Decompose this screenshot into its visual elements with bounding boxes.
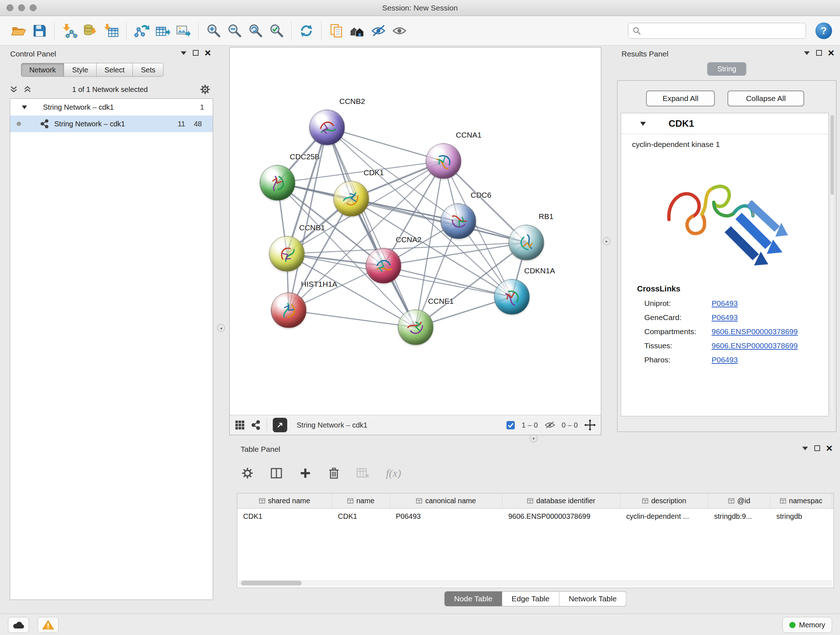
- crosslink-link-genecard[interactable]: P06493: [712, 313, 737, 322]
- crosslink-link-tissues[interactable]: 9606.ENSP00000378699: [712, 341, 798, 350]
- clone-network-button[interactable]: [326, 19, 347, 43]
- table-horizontal-scrollbar[interactable]: [238, 580, 833, 586]
- column-header-canonical-name[interactable]: canonical name: [390, 494, 502, 508]
- close-window-button[interactable]: [6, 4, 13, 11]
- panel-close-icon[interactable]: ×: [826, 445, 832, 451]
- gene-card-header[interactable]: CDK1: [621, 113, 829, 134]
- left-splitter-handle[interactable]: ◂: [217, 324, 225, 332]
- pan-crosshair-icon[interactable]: [584, 419, 596, 431]
- panel-menu-icon[interactable]: [804, 51, 810, 55]
- open-session-button[interactable]: [8, 19, 29, 43]
- crosslink-link-pharos[interactable]: P06493: [712, 356, 737, 364]
- table-cell[interactable]: stringdb: [771, 509, 832, 524]
- table-cell[interactable]: 9606.ENSP00000378699: [502, 509, 621, 524]
- tab-network-table[interactable]: Network Table: [559, 591, 627, 606]
- tab-node-table[interactable]: Node Table: [444, 591, 502, 606]
- collapse-all-button[interactable]: Collapse All: [728, 90, 804, 106]
- network-node-CCNE1[interactable]: [398, 310, 433, 345]
- network-collection-row[interactable]: String Network – cdk1 1: [10, 99, 213, 116]
- add-column-icon[interactable]: [299, 467, 311, 479]
- network-row[interactable]: String Network – cdk1 11 48: [10, 116, 213, 132]
- column-header-shared-name[interactable]: shared name: [237, 494, 332, 508]
- search-input[interactable]: [644, 27, 801, 35]
- column-header-database-identifier[interactable]: database identifier: [502, 494, 621, 508]
- table-cell[interactable]: stringdb:9...: [708, 509, 771, 524]
- warnings-button[interactable]: [38, 617, 58, 633]
- refresh-network-button[interactable]: [296, 19, 317, 43]
- network-view[interactable]: CCNB2CCNA1CDC25BCDK1CDC6RB1CCNB1CCNA2CDK…: [229, 47, 601, 435]
- export-table-button[interactable]: [152, 19, 173, 43]
- import-network-file-button[interactable]: [59, 19, 80, 43]
- results-scrollbar[interactable]: [830, 114, 835, 415]
- open-in-browser-button[interactable]: [273, 418, 287, 432]
- search-box[interactable]: [628, 23, 806, 39]
- zoom-fit-button[interactable]: [245, 19, 266, 43]
- tab-style[interactable]: Style: [64, 63, 96, 77]
- zoom-selected-button[interactable]: [266, 19, 287, 43]
- network-node-RB1[interactable]: [508, 225, 544, 260]
- expand-all-button[interactable]: Expand All: [646, 90, 715, 106]
- table-scrollbar-thumb[interactable]: [241, 581, 302, 585]
- show-graphics-details-button[interactable]: [389, 19, 410, 43]
- table-cell[interactable]: cyclin-dependent ...: [621, 509, 708, 524]
- tab-select[interactable]: Select: [96, 63, 133, 77]
- memory-button[interactable]: Memory: [783, 617, 832, 633]
- network-node-CDC25B[interactable]: [260, 165, 295, 201]
- import-network-database-button[interactable]: [80, 19, 101, 43]
- zoom-in-button[interactable]: [203, 19, 224, 43]
- save-session-button[interactable]: [29, 19, 50, 43]
- tab-network[interactable]: Network: [21, 63, 64, 77]
- network-node-CCNA1[interactable]: [426, 143, 461, 179]
- table-settings-gear-icon[interactable]: [241, 467, 254, 479]
- maximize-window-button[interactable]: [30, 4, 36, 11]
- grid-view-icon[interactable]: [235, 420, 245, 430]
- export-network-button[interactable]: [131, 19, 152, 43]
- table-cell[interactable]: CDK1: [237, 509, 332, 524]
- network-canvas[interactable]: CCNB2CCNA1CDC25BCDK1CDC6RB1CCNB1CCNA2CDK…: [230, 48, 601, 415]
- panel-menu-icon[interactable]: [180, 51, 187, 55]
- minimize-window-button[interactable]: [18, 4, 25, 11]
- table-cell[interactable]: CDK1: [332, 509, 390, 524]
- panel-float-icon[interactable]: [193, 50, 199, 56]
- results-scrollbar-thumb[interactable]: [831, 115, 834, 195]
- help-button[interactable]: ?: [815, 22, 832, 39]
- selected-checkbox-icon[interactable]: [506, 421, 515, 430]
- bottom-splitter-handle[interactable]: ▾: [530, 434, 538, 442]
- network-node-CDK1[interactable]: [333, 181, 369, 217]
- network-node-CCNB2[interactable]: [309, 110, 345, 145]
- panel-close-icon[interactable]: ×: [204, 50, 211, 56]
- function-builder-icon[interactable]: f(x): [386, 467, 401, 479]
- network-overview-button[interactable]: [347, 19, 368, 43]
- show-columns-icon[interactable]: [270, 467, 283, 479]
- share-network-icon[interactable]: [251, 420, 261, 430]
- crosslink-link-uniprot[interactable]: P06493: [712, 299, 737, 308]
- table-row[interactable]: CDK1CDK1P064939606.ENSP00000378699cyclin…: [237, 509, 834, 524]
- panel-close-icon[interactable]: ×: [828, 50, 834, 56]
- column-header--id[interactable]: @id: [708, 494, 771, 508]
- disclosure-triangle-icon[interactable]: [22, 105, 27, 109]
- cloud-status-button[interactable]: [8, 617, 29, 633]
- table-cell[interactable]: P06493: [390, 509, 502, 524]
- export-image-button[interactable]: [173, 19, 194, 43]
- disclosure-triangle-icon[interactable]: [640, 122, 646, 126]
- right-splitter-handle[interactable]: ▸: [603, 237, 611, 245]
- delete-column-icon[interactable]: [328, 467, 340, 479]
- panel-float-icon[interactable]: [816, 50, 822, 56]
- column-header-name[interactable]: name: [332, 494, 390, 508]
- network-node-HIST1H1A[interactable]: [271, 293, 306, 328]
- panel-float-icon[interactable]: [814, 445, 820, 451]
- tab-sets[interactable]: Sets: [133, 63, 164, 77]
- column-header-namespac[interactable]: namespac: [771, 494, 832, 508]
- zoom-out-button[interactable]: [224, 19, 245, 43]
- delete-table-icon[interactable]: [356, 467, 369, 479]
- network-node-CDC6[interactable]: [441, 203, 476, 239]
- network-node-CDKN1A[interactable]: [494, 279, 530, 315]
- crosslink-link-compartments[interactable]: 9606.ENSP00000378699: [712, 327, 798, 336]
- import-table-button[interactable]: [101, 19, 122, 43]
- column-header-description[interactable]: description: [621, 494, 708, 508]
- tab-edge-table[interactable]: Edge Table: [502, 591, 559, 606]
- hide-graphics-details-button[interactable]: [368, 19, 389, 43]
- network-node-CCNA2[interactable]: [366, 248, 401, 283]
- network-node-CCNB1[interactable]: [269, 236, 305, 272]
- hidden-eye-icon[interactable]: [545, 421, 555, 429]
